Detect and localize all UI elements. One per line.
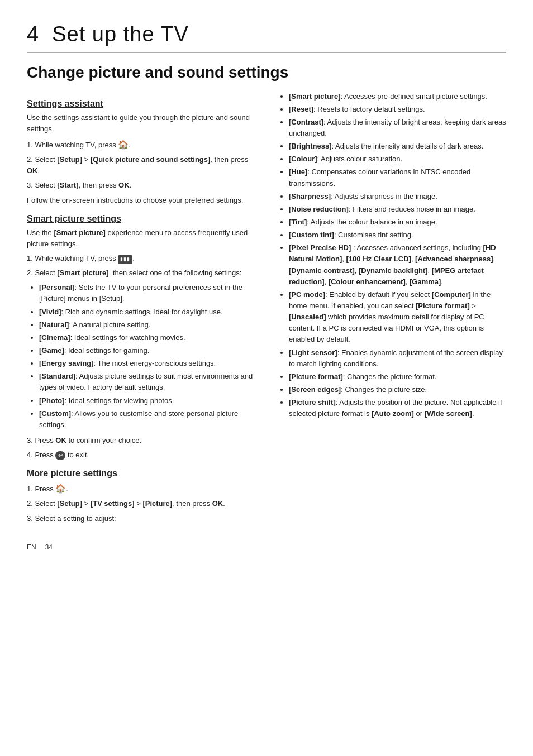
footer-lang: EN [27,543,36,551]
list-item: [Picture format]: Changes the picture fo… [289,371,506,382]
list-item: [Smart picture]: Accesses pre-defined sm… [289,91,506,102]
list-item: [Natural]: A natural picture setting. [39,319,256,331]
list-item: [Reset]: Resets to factory default setti… [289,104,506,115]
list-item: [Tint]: Adjusts the colour balance in an… [289,217,506,228]
list-item: [Colour]: Adjusts colour saturation. [289,154,506,165]
list-item: [Photo]: Ideal settings for viewing phot… [39,395,256,406]
chapter-title: Set up the TV [52,22,189,46]
list-item: [Game]: Ideal settings for gaming. [39,345,256,356]
list-item: [Sharpness]: Adjusts sharpness in the im… [289,191,506,202]
more-picture-step3: 3. Select a setting to adjust: [27,513,256,524]
smart-picture-list: [Personal]: Sets the TV to your personal… [27,282,256,430]
more-picture-heading: More picture settings [27,468,256,479]
list-item: [Hue]: Compensates colour variations in … [289,166,506,189]
more-picture-step2: 2. Select [Setup] > [TV settings] > [Pic… [27,498,256,509]
settings-assistant-section: Settings assistant Use the settings assi… [27,99,256,206]
smart-picture-step4: 4. Press ↩ to exit. [27,449,256,461]
right-column: [Smart picture]: Accesses pre-defined sm… [277,91,506,528]
page-title: 4 Set up the TV [27,22,506,53]
more-picture-step1: 1. Press 🏠. [27,482,256,495]
section-title: Change picture and sound settings [27,63,506,82]
smart-picture-step3: 3. Press OK to confirm your choice. [27,435,256,446]
left-column: Settings assistant Use the settings assi… [27,91,256,528]
list-item: [Screen edges]: Changes the picture size… [289,384,506,395]
settings-assistant-intro: Use the settings assistant to guide you … [27,112,256,135]
chapter-number: 4 [27,22,39,46]
smart-picture-section: Smart picture settings Use the [Smart pi… [27,214,256,461]
settings-step-3: 3. Select [Start], then press OK. [27,180,256,191]
right-col-list: [Smart picture]: Accesses pre-defined sm… [277,91,506,420]
footer: EN 34 [27,543,506,551]
smart-picture-step2: 2. Select [Smart picture], then select o… [27,267,256,279]
settings-assistant-heading: Settings assistant [27,99,256,109]
settings-step-2: 2. Select [Setup] > [Quick picture and s… [27,154,256,176]
more-picture-section: More picture settings 1. Press 🏠. 2. Sel… [27,468,256,524]
list-item: [Custom tint]: Customises tint setting. [289,229,506,241]
settings-step-follow: Follow the on-screen instructions to cho… [27,195,256,206]
list-item: [Pixel Precise HD] : Accesses advanced s… [289,242,506,288]
list-item: [PC mode]: Enabled by default if you sel… [289,289,506,346]
list-item: [Personal]: Sets the TV to your personal… [39,282,256,304]
smart-picture-step1: 1. While watching TV, press ▮▮▮. [27,253,256,264]
list-item: [Noise reduction]: Filters and reduces n… [289,204,506,215]
footer-page: 34 [45,543,53,551]
smart-picture-heading: Smart picture settings [27,214,256,224]
list-item: [Brightness]: Adjusts the intensity and … [289,141,506,152]
list-item: [Custom]: Allows you to customise and st… [39,408,256,430]
list-item: [Vivid]: Rich and dynamic settings, idea… [39,307,256,318]
list-item: [Contrast]: Adjusts the intensity of bri… [289,117,506,139]
list-item: [Light sensor]: Enables dynamic adjustme… [289,347,506,370]
settings-step-1: 1. While watching TV, press 🏠. [27,138,256,151]
smart-picture-intro: Use the [Smart picture] experience menu … [27,227,256,250]
list-item: [Energy saving]: The most energy-conscio… [39,358,256,369]
list-item: [Standard]: Adjusts picture settings to … [39,371,256,393]
list-item: [Picture shift]: Adjusts the position of… [289,397,506,419]
list-item: [Cinema]: Ideal settings for watching mo… [39,332,256,343]
